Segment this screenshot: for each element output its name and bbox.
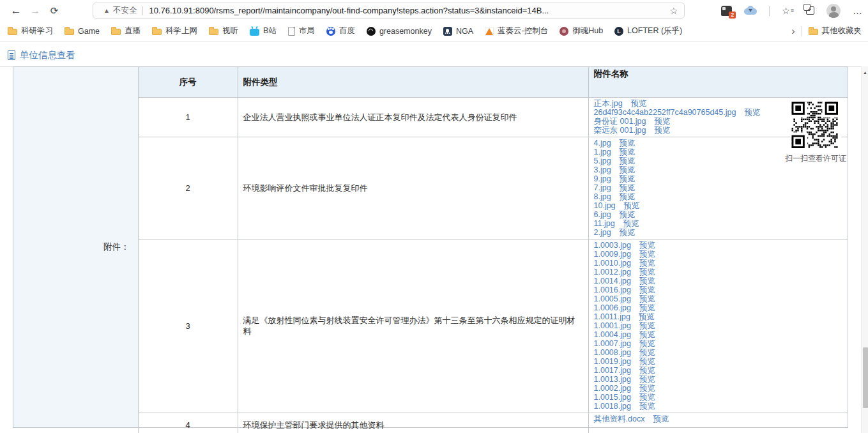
preview-link[interactable]: 预览 <box>639 268 655 277</box>
preview-link[interactable]: 预览 <box>639 384 655 393</box>
extension-icon[interactable]: 2 <box>721 6 732 16</box>
file-link[interactable]: 1.0012.jpg <box>594 268 631 277</box>
preview-link[interactable]: 预览 <box>639 259 655 268</box>
address-bar[interactable]: ▲ 不安全 10.76.10.91:8090/rsms_report//main… <box>93 3 685 19</box>
preview-link[interactable]: 预览 <box>620 228 636 237</box>
file-link[interactable]: 1.0006.jpg <box>594 303 631 312</box>
file-link[interactable]: 1.0003.jpg <box>594 241 631 250</box>
preview-link[interactable]: 预览 <box>623 219 639 228</box>
preview-link[interactable]: 预览 <box>654 117 670 126</box>
download-cloud-icon[interactable] <box>744 6 757 15</box>
preview-link[interactable]: 预览 <box>639 339 655 348</box>
file-link[interactable]: 3.jpg <box>594 165 611 174</box>
file-link[interactable]: 9.jpg <box>594 174 611 183</box>
preview-link[interactable]: 预览 <box>639 303 655 312</box>
file-link[interactable]: 身份证 001.jpg <box>594 117 646 126</box>
file-link[interactable]: 1.0010.jpg <box>594 259 631 268</box>
preview-link[interactable]: 预览 <box>639 250 655 259</box>
file-link[interactable]: 26d4f93c4c4ab2252ff7c4a90765d45.jpg <box>594 108 736 117</box>
bookmark-item[interactable]: 御魂Hub <box>560 26 603 36</box>
bookmark-item[interactable]: 科学上网 <box>152 26 197 36</box>
file-link[interactable]: 4.jpg <box>594 139 611 148</box>
page-title-tab[interactable]: 单位信息查看 <box>8 49 75 61</box>
preview-link[interactable]: 预览 <box>639 375 655 384</box>
collections-icon[interactable] <box>806 6 814 15</box>
preview-link[interactable]: 预览 <box>624 201 640 210</box>
file-link[interactable]: 2.jpg <box>594 228 611 237</box>
reload-icon[interactable]: ⟳ <box>45 5 64 17</box>
preview-link[interactable]: 预览 <box>620 183 636 192</box>
preview-link[interactable]: 预览 <box>639 241 655 250</box>
preview-link[interactable]: 预览 <box>639 285 655 294</box>
file-link[interactable]: 1.0002.jpg <box>594 384 631 393</box>
preview-link[interactable]: 预览 <box>639 330 655 339</box>
preview-link[interactable]: 预览 <box>639 321 655 330</box>
bookmark-item[interactable]: 视听 <box>209 26 238 36</box>
file-link[interactable]: 8.jpg <box>594 192 611 201</box>
profile-avatar[interactable] <box>826 4 841 18</box>
bookmark-item[interactable]: 科研学习 <box>8 26 53 36</box>
preview-link[interactable]: 预览 <box>639 348 655 357</box>
file-link[interactable]: 1.0008.jpg <box>594 348 631 357</box>
preview-link[interactable]: 预览 <box>744 108 760 117</box>
file-link[interactable]: 1.0001.jpg <box>594 321 631 330</box>
preview-link[interactable]: 预览 <box>631 99 647 108</box>
not-secure-label[interactable]: 不安全 <box>113 5 137 16</box>
file-link[interactable]: 1.0016.jpg <box>594 285 631 294</box>
preview-link[interactable]: 预览 <box>639 312 655 321</box>
preview-link[interactable]: 预览 <box>620 165 636 174</box>
file-link[interactable]: 1.0011.jpg <box>594 312 630 321</box>
preview-link[interactable]: 预览 <box>653 414 669 423</box>
file-link[interactable]: 其他资料.docx <box>594 414 645 423</box>
scrollbar-up-arrow[interactable]: ▲ <box>862 70 868 75</box>
file-link[interactable]: 6.jpg <box>594 210 611 219</box>
bookmark-item[interactable]: greasemonkey <box>367 27 432 36</box>
file-link[interactable]: 1.0017.jpg <box>594 366 631 375</box>
file-link[interactable]: 1.0004.jpg <box>594 330 631 339</box>
bookmark-item[interactable]: 直播 <box>111 26 141 36</box>
preview-link[interactable]: 预览 <box>620 210 636 219</box>
file-link[interactable]: 1.0009.jpg <box>594 250 631 259</box>
file-link[interactable]: 正本.jpg <box>594 99 623 108</box>
file-link[interactable]: 1.0019.jpg <box>594 357 631 366</box>
page-scrollbar[interactable]: ▲ <box>861 66 868 433</box>
preview-link[interactable]: 预览 <box>620 139 636 148</box>
preview-link[interactable]: 预览 <box>639 366 655 375</box>
preview-link[interactable]: 预览 <box>620 174 636 183</box>
url-text[interactable]: 10.76.10.91:8090/rsms_report//maintainco… <box>149 6 669 15</box>
bookmark-item[interactable]: NGA <box>443 27 473 36</box>
favorites-bar-icon[interactable]: ☆≡ <box>782 6 794 16</box>
preview-link[interactable]: 预览 <box>639 294 655 303</box>
file-link[interactable]: 1.0005.jpg <box>594 294 631 303</box>
file-link[interactable]: 1.0014.jpg <box>594 277 631 285</box>
bookmarks-overflow-chevron[interactable]: › <box>791 26 795 37</box>
more-menu-icon[interactable]: … <box>853 5 863 16</box>
file-link[interactable]: 5.jpg <box>594 156 611 165</box>
preview-link[interactable]: 预览 <box>620 148 636 156</box>
preview-link[interactable]: 预览 <box>639 402 655 411</box>
file-link[interactable]: 11.jpg <box>594 219 615 228</box>
back-icon[interactable]: ← <box>6 4 26 17</box>
bookmark-item[interactable]: B站 <box>250 26 277 36</box>
file-link[interactable]: 1.0015.jpg <box>594 393 631 402</box>
scrollbar-thumb[interactable] <box>863 347 868 408</box>
forward-icon[interactable]: → <box>26 4 45 17</box>
favorite-star-icon[interactable]: ☆ <box>669 6 678 16</box>
file-link[interactable]: 栾远东 001.jpg <box>594 126 646 135</box>
bookmark-item[interactable]: Game <box>65 27 100 36</box>
bookmark-item[interactable]: LLOFTER (乐乎) <box>614 26 682 36</box>
file-link[interactable]: 1.0007.jpg <box>594 339 631 348</box>
bookmark-item[interactable]: 百度 <box>326 26 355 36</box>
file-link[interactable]: 1.0013.jpg <box>594 375 631 384</box>
file-link[interactable]: 1.0018.jpg <box>594 402 631 411</box>
preview-link[interactable]: 预览 <box>620 156 636 165</box>
file-link[interactable]: 1.jpg <box>594 148 611 156</box>
preview-link[interactable]: 预览 <box>654 126 670 135</box>
preview-link[interactable]: 预览 <box>620 192 636 201</box>
preview-link[interactable]: 预览 <box>639 277 655 285</box>
preview-link[interactable]: 预览 <box>639 393 655 402</box>
other-bookmarks-folder[interactable]: 其他收藏夹 <box>809 26 862 36</box>
bookmark-item[interactable]: 市局 <box>288 26 315 36</box>
bookmark-item[interactable]: 蓝奏云-控制台 <box>485 26 548 36</box>
file-link[interactable]: 10.jpg <box>594 201 616 210</box>
